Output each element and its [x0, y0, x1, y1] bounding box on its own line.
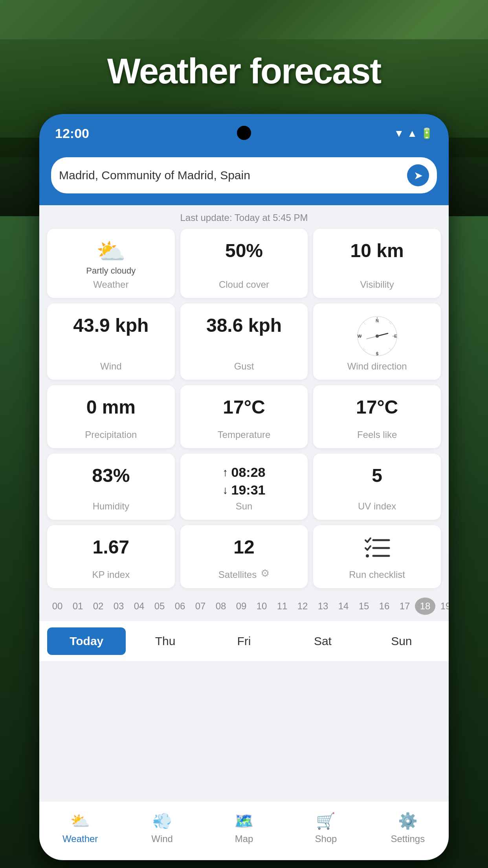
map-nav-label: Map: [235, 833, 253, 844]
sunset-arrow: ↓: [223, 484, 228, 497]
shop-nav-label: Shop: [315, 833, 337, 844]
satellites-label: Satellites: [218, 569, 257, 580]
nav-item-settings[interactable]: ⚙️Settings: [367, 808, 449, 848]
hour-item-11[interactable]: 11: [272, 598, 292, 615]
location-icon: ➤: [414, 169, 423, 182]
temperature-card[interactable]: 17°C Temperature: [180, 385, 308, 448]
weather-nav-icon: ⛅: [70, 812, 90, 830]
weather-label: Weather: [93, 279, 128, 290]
wifi-icon: ▼: [394, 127, 404, 140]
sunset-time: 19:31: [231, 482, 266, 498]
wind-label: Wind: [100, 361, 122, 372]
temperature-label: Temperature: [218, 429, 271, 440]
svg-text:S: S: [376, 351, 378, 356]
kp-index-label: KP index: [92, 569, 130, 580]
location-search-input[interactable]: [59, 169, 401, 182]
hour-item-03[interactable]: 03: [108, 598, 129, 615]
gust-label: Gust: [234, 361, 254, 372]
nav-item-map[interactable]: 🗺️Map: [203, 808, 285, 848]
visibility-label: Visibility: [360, 279, 394, 290]
feels-like-label: Feels like: [357, 429, 397, 440]
svg-line-13: [377, 333, 388, 336]
svg-line-14: [367, 336, 377, 339]
day-tab-thu[interactable]: Thu: [126, 627, 204, 655]
hour-item-09[interactable]: 09: [231, 598, 251, 615]
checklist-svg: [363, 536, 391, 560]
main-content: Last update: Today at 5:45 PM ⛅ Partly c…: [39, 205, 449, 801]
day-tab-sat[interactable]: Sat: [283, 627, 362, 655]
satellites-value: 12: [233, 536, 254, 558]
precipitation-card[interactable]: 0 mm Precipitation: [47, 385, 175, 448]
app-body: ➤ Last update: Today at 5:45 PM ⛅ Partly…: [39, 149, 449, 860]
cloud-cover-label: Cloud cover: [219, 279, 269, 290]
hour-item-13[interactable]: 13: [313, 598, 333, 615]
weather-description: Partly cloudy: [86, 266, 136, 276]
hour-timeline: 0001020304050607080910111213141516171819…: [39, 594, 449, 621]
gust-value: 38.6 kph: [206, 314, 282, 336]
uv-index-card[interactable]: 5 UV index: [313, 454, 441, 520]
hour-item-05[interactable]: 05: [149, 598, 170, 615]
svg-line-8: [389, 348, 391, 350]
svg-point-15: [376, 335, 379, 338]
hour-item-07[interactable]: 07: [190, 598, 211, 615]
satellites-card[interactable]: 12 Satellites ⚙: [180, 525, 308, 588]
page-title: Weather forecast: [0, 51, 488, 92]
page-title-area: Weather forecast: [0, 51, 488, 92]
nav-item-wind[interactable]: 💨Wind: [121, 808, 203, 848]
settings-nav-icon: ⚙️: [398, 812, 418, 830]
gust-card[interactable]: 38.6 kph Gust: [180, 303, 308, 380]
svg-text:N: N: [376, 318, 379, 323]
sun-card[interactable]: ↑ 08:28 ↓ 19:31 Sun: [180, 454, 308, 520]
scrollable-content: Last update: Today at 5:45 PM ⛅ Partly c…: [39, 205, 449, 801]
cloud-cover-card[interactable]: 50% Cloud cover: [180, 229, 308, 298]
day-tab-fri[interactable]: Fri: [205, 627, 283, 655]
bottom-nav: ⛅Weather💨Wind🗺️Map🛒Shop⚙️Settings: [39, 801, 449, 860]
hour-item-08[interactable]: 08: [211, 598, 231, 615]
hour-item-12[interactable]: 12: [292, 598, 313, 615]
day-tab-today[interactable]: Today: [47, 627, 126, 655]
sun-label: Sun: [236, 501, 253, 512]
humidity-card[interactable]: 83% Humidity: [47, 454, 175, 520]
hour-item-04[interactable]: 04: [129, 598, 149, 615]
uv-index-value: 5: [372, 465, 382, 486]
hour-item-19[interactable]: 19: [435, 598, 449, 615]
visibility-card[interactable]: 10 km Visibility: [313, 229, 441, 298]
hour-item-01[interactable]: 01: [68, 598, 88, 615]
run-checklist-card[interactable]: Run checklist: [313, 525, 441, 588]
sunset-row: ↓ 19:31: [223, 482, 266, 498]
compass: N S W E: [356, 314, 399, 358]
uv-index-label: UV index: [358, 501, 396, 512]
day-tab-sun[interactable]: Sun: [362, 627, 441, 655]
temperature-value: 17°C: [223, 396, 265, 418]
precipitation-label: Precipitation: [85, 429, 137, 440]
hour-item-16[interactable]: 16: [374, 598, 394, 615]
sun-times: ↑ 08:28 ↓ 19:31: [223, 465, 266, 498]
hour-item-10[interactable]: 10: [251, 598, 272, 615]
nav-item-weather[interactable]: ⛅Weather: [39, 808, 121, 848]
feels-like-card[interactable]: 17°C Feels like: [313, 385, 441, 448]
hour-item-02[interactable]: 02: [88, 598, 108, 615]
weather-icon-area: ⛅ Partly cloudy: [86, 240, 136, 276]
hour-item-17[interactable]: 17: [394, 598, 415, 615]
humidity-value: 83%: [92, 465, 130, 486]
wind-nav-icon: 💨: [152, 812, 172, 830]
wind-card[interactable]: 43.9 kph Wind: [47, 303, 175, 380]
hour-item-14[interactable]: 14: [333, 598, 354, 615]
hour-item-15[interactable]: 15: [354, 598, 374, 615]
hour-item-18[interactable]: 18: [415, 598, 435, 615]
location-button[interactable]: ➤: [407, 164, 429, 186]
hour-item-00[interactable]: 00: [47, 598, 68, 615]
nav-item-shop[interactable]: 🛒Shop: [285, 808, 367, 848]
hour-row: 0001020304050607080910111213141516171819…: [47, 598, 441, 615]
map-nav-icon: 🗺️: [234, 812, 254, 830]
app-header: ➤: [39, 149, 449, 205]
status-time: 12:00: [55, 126, 89, 141]
svg-line-5: [363, 322, 365, 324]
weather-card[interactable]: ⛅ Partly cloudy Weather: [47, 229, 175, 298]
wind-direction-card[interactable]: N S W E Wind direction: [313, 303, 441, 380]
kp-index-card[interactable]: 1.67 KP index: [47, 525, 175, 588]
compass-svg: N S W E: [356, 314, 399, 358]
satellites-settings-icon[interactable]: ⚙: [261, 567, 270, 579]
signal-icon: ▲: [407, 127, 417, 140]
hour-item-06[interactable]: 06: [170, 598, 190, 615]
